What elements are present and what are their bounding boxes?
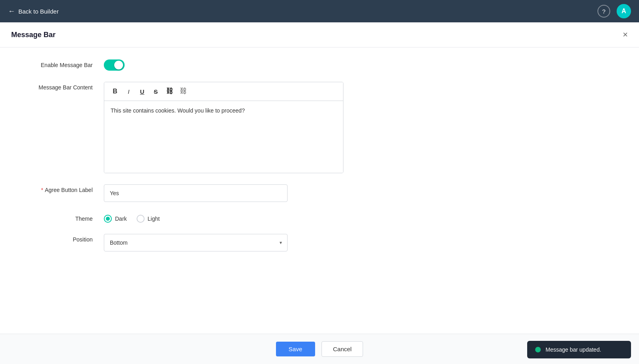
agree-button-label-input[interactable] xyxy=(104,184,288,202)
underline-button[interactable]: U xyxy=(136,85,148,97)
agree-label: *Agree Button Label xyxy=(16,184,104,193)
back-to-builder-button[interactable]: ← Back to Builder xyxy=(8,7,59,16)
nav-right-actions: ? A xyxy=(597,4,631,18)
rich-text-editor: B I U S ⛓ ⛓ This site contains cookies. … xyxy=(104,82,343,173)
help-icon[interactable]: ? xyxy=(597,5,610,18)
bold-button[interactable]: B xyxy=(109,85,121,97)
back-arrow-icon: ← xyxy=(8,7,15,16)
back-button-label: Back to Builder xyxy=(18,8,59,15)
dark-radio-dot xyxy=(106,217,110,221)
enable-label: Enable Message Bar xyxy=(16,59,104,68)
content-label: Message Bar Content xyxy=(16,82,104,91)
theme-dark-option[interactable]: Dark xyxy=(104,215,127,223)
toast-notification: Message bar updated. xyxy=(527,341,631,358)
required-marker: * xyxy=(41,187,43,193)
content-row: Message Bar Content B I U S ⛓ ⛓ This sit… xyxy=(16,82,623,173)
enable-row: Enable Message Bar xyxy=(16,59,623,71)
strikethrough-button[interactable]: S xyxy=(150,85,162,97)
toggle-thumb xyxy=(114,61,123,69)
unlink-button[interactable]: ⛓ xyxy=(177,85,189,97)
agree-row: *Agree Button Label xyxy=(16,184,623,202)
theme-light-option[interactable]: Light xyxy=(137,215,160,223)
theme-radio-group: Dark Light xyxy=(104,213,343,223)
save-button[interactable]: Save xyxy=(276,342,315,356)
avatar[interactable]: A xyxy=(617,4,631,18)
editor-body[interactable]: This site contains cookies. Would you li… xyxy=(104,101,343,173)
light-radio-label: Light xyxy=(148,216,160,222)
theme-row: Theme Dark Light xyxy=(16,213,623,223)
position-select-wrapper: Bottom Top ▾ xyxy=(104,234,288,251)
theme-options-container: Dark Light xyxy=(104,213,343,223)
italic-button[interactable]: I xyxy=(123,85,135,97)
panel-content: Enable Message Bar Message Bar Content B… xyxy=(0,47,639,334)
editor-toolbar: B I U S ⛓ ⛓ xyxy=(104,82,343,101)
panel-header: Message Bar × xyxy=(0,22,639,47)
toast-message: Message bar updated. xyxy=(546,346,601,353)
agree-input-container xyxy=(104,184,343,202)
panel-title: Message Bar xyxy=(11,31,56,39)
dark-radio-circle xyxy=(104,215,112,223)
light-radio-circle xyxy=(137,215,145,223)
enable-toggle-container xyxy=(104,59,343,71)
link-button[interactable]: ⛓ xyxy=(163,85,175,97)
content-editor-container: B I U S ⛓ ⛓ This site contains cookies. … xyxy=(104,82,343,173)
toast-success-icon xyxy=(535,347,541,352)
message-bar-panel: Message Bar × Enable Message Bar Message… xyxy=(0,22,639,364)
panel-footer: Save Cancel Message bar updated. xyxy=(0,334,639,364)
close-button[interactable]: × xyxy=(623,30,628,39)
dark-radio-label: Dark xyxy=(115,216,127,222)
enable-toggle[interactable] xyxy=(104,59,125,71)
position-label: Position xyxy=(16,234,104,243)
position-row: Position Bottom Top ▾ xyxy=(16,234,623,251)
position-select-container: Bottom Top ▾ xyxy=(104,234,343,251)
theme-label: Theme xyxy=(16,213,104,222)
top-navbar: ← Back to Builder ? A xyxy=(0,0,639,22)
cancel-button[interactable]: Cancel xyxy=(321,341,363,357)
position-select[interactable]: Bottom Top xyxy=(104,234,288,251)
